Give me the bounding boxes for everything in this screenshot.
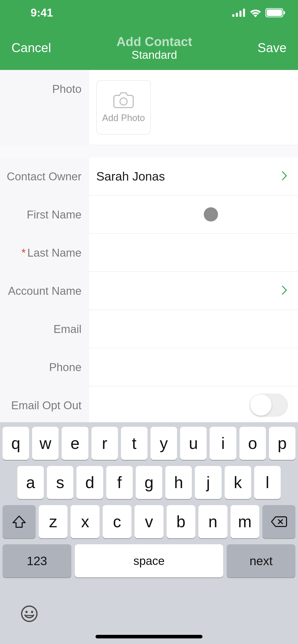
battery-icon <box>265 8 285 17</box>
add-photo-button[interactable]: Add Photo <box>96 80 151 135</box>
key-shift[interactable] <box>3 505 36 538</box>
email-label: Email <box>0 310 89 348</box>
contact-owner-label: Contact Owner <box>0 157 89 196</box>
form: Photo Add Photo Contact Owner Sarah Jona… <box>0 70 298 422</box>
contact-owner-value: Sarah Jonas <box>96 169 165 183</box>
page-subtitle: Standard <box>116 49 192 61</box>
first-name-label: First Name <box>0 196 89 234</box>
keyboard-row-3: z x c v b n m <box>3 505 295 538</box>
save-button[interactable]: Save <box>258 40 287 55</box>
key-z[interactable]: z <box>39 505 67 538</box>
keyboard-row-2: a s d f g h j k l <box>3 466 295 499</box>
emoji-button[interactable] <box>20 605 38 623</box>
account-name-label: Account Name <box>0 272 89 310</box>
shift-icon <box>12 515 26 528</box>
required-indicator: * <box>21 246 26 259</box>
status-time: 9:41 <box>31 6 53 19</box>
row-email-optout: Email Opt Out <box>0 386 298 422</box>
key-c[interactable]: c <box>103 505 131 538</box>
camera-icon <box>113 91 134 108</box>
last-name-label: *Last Name <box>0 234 89 272</box>
cellular-icon <box>232 9 246 17</box>
wifi-icon <box>249 8 262 17</box>
text-cursor-indicator <box>204 207 218 222</box>
status-icons <box>232 8 285 17</box>
key-a[interactable]: a <box>17 466 44 499</box>
nav-title-block: Add Contact Standard <box>116 34 192 61</box>
key-h[interactable]: h <box>165 466 192 499</box>
svg-point-8 <box>22 606 37 621</box>
key-p[interactable]: p <box>269 427 295 460</box>
home-indicator[interactable] <box>96 635 202 638</box>
key-b[interactable]: b <box>167 505 195 538</box>
key-n[interactable]: n <box>198 505 227 538</box>
key-k[interactable]: k <box>225 466 251 499</box>
chevron-right-icon <box>281 285 288 297</box>
key-d[interactable]: d <box>76 466 103 499</box>
svg-rect-0 <box>232 14 234 17</box>
key-o[interactable]: o <box>239 427 266 460</box>
backspace-icon <box>270 516 287 528</box>
row-contact-owner[interactable]: Contact Owner Sarah Jonas <box>0 157 298 196</box>
toggle-thumb <box>250 394 272 416</box>
svg-rect-1 <box>236 13 238 17</box>
cancel-button[interactable]: Cancel <box>11 40 51 55</box>
row-email: Email <box>0 310 298 348</box>
email-optout-label: Email Opt Out <box>0 386 89 422</box>
emoji-icon <box>20 605 38 623</box>
key-l[interactable]: l <box>254 466 281 499</box>
row-phone: Phone <box>0 348 298 386</box>
svg-rect-3 <box>243 9 245 17</box>
phone-input[interactable] <box>96 360 288 374</box>
key-y[interactable]: y <box>151 427 177 460</box>
svg-rect-2 <box>239 11 241 17</box>
svg-point-9 <box>25 611 28 613</box>
key-v[interactable]: v <box>134 505 163 538</box>
keyboard-row-1: q w e r t y u i o p <box>3 427 295 460</box>
key-space[interactable]: space <box>75 544 223 577</box>
keyboard: q w e r t y u i o p a s d f g h j k l z <box>0 422 298 644</box>
key-s[interactable]: s <box>47 466 73 499</box>
key-g[interactable]: g <box>136 466 162 499</box>
keyboard-row-4: 123 space next <box>3 544 295 577</box>
first-name-input[interactable] <box>96 208 288 221</box>
photo-label: Photo <box>0 70 89 145</box>
key-e[interactable]: e <box>62 427 88 460</box>
key-r[interactable]: r <box>91 427 118 460</box>
key-m[interactable]: m <box>231 505 259 538</box>
svg-rect-5 <box>267 9 282 16</box>
row-first-name: First Name <box>0 196 298 234</box>
nav-bar: Cancel Add Contact Standard Save <box>0 25 298 70</box>
row-account-name[interactable]: Account Name <box>0 272 298 310</box>
key-j[interactable]: j <box>195 466 221 499</box>
email-input[interactable] <box>96 322 288 336</box>
last-name-input[interactable] <box>96 246 288 259</box>
page-title: Add Contact <box>116 34 192 49</box>
key-next[interactable]: next <box>227 544 295 577</box>
row-photo: Photo Add Photo <box>0 70 298 145</box>
key-i[interactable]: i <box>210 427 236 460</box>
svg-point-7 <box>120 98 127 105</box>
status-bar: 9:41 <box>0 0 298 25</box>
key-q[interactable]: q <box>3 427 29 460</box>
key-x[interactable]: x <box>71 505 99 538</box>
key-u[interactable]: u <box>180 427 207 460</box>
key-backspace[interactable] <box>262 505 295 538</box>
phone-label: Phone <box>0 348 89 386</box>
key-t[interactable]: t <box>121 427 147 460</box>
svg-point-10 <box>31 611 33 613</box>
row-last-name: *Last Name <box>0 234 298 272</box>
key-f[interactable]: f <box>106 466 133 499</box>
key-w[interactable]: w <box>32 427 59 460</box>
chevron-right-icon <box>281 170 288 182</box>
email-optout-toggle[interactable] <box>250 394 288 417</box>
add-photo-label: Add Photo <box>102 113 145 123</box>
svg-rect-6 <box>284 11 285 14</box>
key-123[interactable]: 123 <box>3 544 71 577</box>
